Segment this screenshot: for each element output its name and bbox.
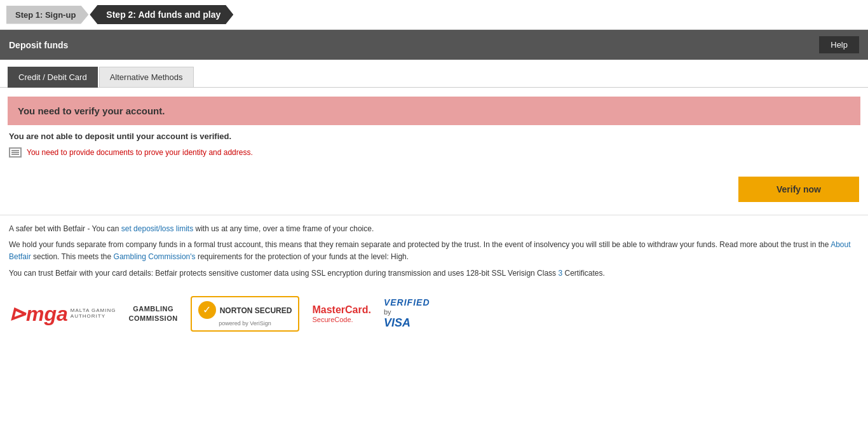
trust-pre: We hold your funds separate from company…: [9, 240, 829, 249]
norton-secured-label: NORTON SECURED: [220, 306, 292, 315]
mga-arrow-icon: ⊳mga: [9, 302, 68, 326]
trust-post: requirements for the protection of your …: [198, 252, 409, 261]
mga-text: malta gaming authority: [71, 308, 116, 320]
visa-badge: VERIFIED by VISA: [384, 297, 430, 330]
verify-btn-row: Verify now: [0, 170, 868, 215]
doc-line: You need to provide documents to prove y…: [9, 147, 859, 158]
trust-line: We hold your funds separate from company…: [9, 239, 859, 263]
visa-visa-text: VISA: [384, 316, 430, 330]
mga-sub2: authority: [71, 314, 116, 320]
tab-credit-debit[interactable]: Credit / Debit Card: [8, 67, 98, 88]
verify-now-button[interactable]: Verify now: [738, 177, 859, 202]
mga-badge: ⊳mga malta gaming authority: [9, 302, 116, 326]
ssl-link[interactable]: 3: [558, 269, 562, 278]
doc-icon: [9, 147, 22, 158]
step2[interactable]: Step 2: Add funds and play: [90, 5, 233, 24]
gambling-line1: GAMBLING: [129, 304, 178, 313]
step1[interactable]: Step 1: Sign-up: [6, 6, 88, 24]
step-bar: Step 1: Sign-up Step 2: Add funds and pl…: [0, 0, 868, 30]
norton-check-icon: ✓: [198, 301, 216, 319]
safer-bet-pre: A safer bet with Betfair - You can: [9, 224, 119, 233]
gambling-line2: COMMISSION: [129, 314, 178, 323]
safer-bet-line: A safer bet with Betfair - You can set d…: [9, 223, 859, 235]
header-bar: Deposit funds Help: [0, 30, 868, 60]
norton-badge: ✓ NORTON SECURED powered by VeriSign: [191, 296, 300, 332]
ssl-pre: You can trust Betfair with your card det…: [9, 269, 556, 278]
alert-banner: You need to verify your account.: [8, 97, 860, 125]
visa-verified-text: VERIFIED: [384, 297, 430, 308]
help-button[interactable]: Help: [819, 36, 859, 53]
tabs-container: Credit / Debit Card Alternative Methods: [0, 60, 868, 88]
doc-message: You need to provide documents to prove y…: [27, 148, 253, 157]
norton-powered-label: powered by VeriSign: [219, 320, 271, 327]
trust-mid: section. This meets the: [33, 252, 111, 261]
visa-by-text: by: [384, 308, 430, 316]
gambling-commission-link[interactable]: Gambling Commission's: [114, 252, 196, 261]
verify-message: You are not able to deposit until your a…: [9, 132, 859, 141]
mastercard-main-text: MasterCard.: [312, 304, 370, 316]
safer-bet-rest: with us at any time, over a time frame o…: [196, 224, 374, 233]
footer-text: A safer bet with Betfair - You can set d…: [0, 215, 868, 280]
badges-row: ⊳mga malta gaming authority GAMBLING COM…: [0, 283, 868, 344]
step1-label: Step 1: Sign-up: [15, 10, 76, 20]
ssl-post: Certificates.: [564, 269, 604, 278]
ssl-line: You can trust Betfair with your card det…: [9, 267, 859, 280]
set-limits-link[interactable]: set deposit/loss limits: [121, 224, 193, 233]
gambling-commission-badge: GAMBLING COMMISSION: [129, 304, 178, 323]
alert-title: You need to verify your account.: [18, 105, 165, 116]
content-area: You are not able to deposit until your a…: [0, 132, 868, 158]
mastercard-badge: MasterCard. SecureCode.: [312, 304, 370, 324]
mastercard-securecode-text: SecureCode.: [312, 316, 370, 324]
step2-label: Step 2: Add funds and play: [106, 10, 220, 20]
tab-alternative-methods[interactable]: Alternative Methods: [99, 67, 194, 88]
header-title: Deposit funds: [9, 40, 68, 50]
